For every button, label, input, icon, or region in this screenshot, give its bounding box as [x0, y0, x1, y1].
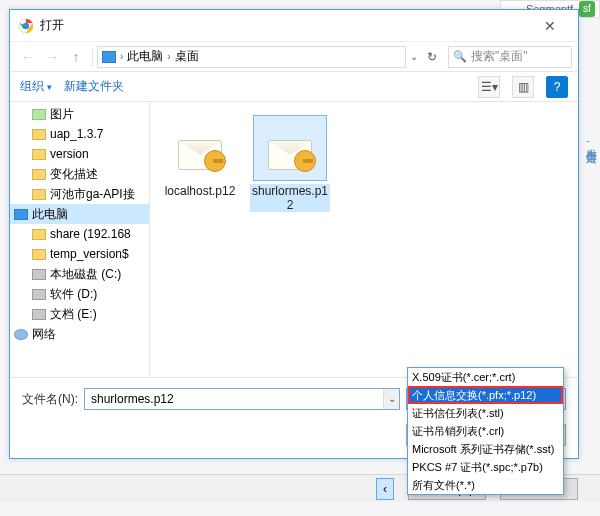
tree-node-label: 河池市ga-API接	[50, 186, 135, 203]
search-input[interactable]: 🔍 搜索"桌面"	[448, 46, 572, 68]
tree-node-label: 网络	[32, 326, 56, 343]
navigation-bar: ← → ↑ › 此电脑 › 桌面 ⌄ ↻ 🔍 搜索"桌面"	[10, 42, 578, 72]
close-button[interactable]: ✕	[530, 18, 570, 34]
tree-node[interactable]: 网络	[10, 324, 149, 344]
divider	[92, 48, 93, 66]
organize-menu[interactable]: 组织	[20, 78, 52, 95]
filter-option[interactable]: X.509证书(*.cer;*.crt)	[408, 368, 563, 386]
tree-node-label: version	[50, 147, 89, 161]
file-item[interactable]: shurlormes.p12	[250, 116, 330, 212]
filter-option[interactable]: 证书信任列表(*.stl)	[408, 404, 563, 422]
disk-icon	[32, 289, 46, 300]
folder-icon	[32, 149, 46, 160]
tree-node-label: share (192.168	[50, 227, 131, 241]
pic-icon	[32, 109, 46, 120]
background-side-text: 发生,会付定	[588, 140, 600, 143]
tree-node-label: temp_version$	[50, 247, 129, 261]
search-icon: 🔍	[453, 50, 467, 63]
file-item[interactable]: localhost.p12	[160, 116, 240, 198]
filter-option[interactable]: PKCS #7 证书(*.spc;*.p7b)	[408, 458, 563, 476]
certificate-icon	[268, 126, 312, 170]
file-caption: localhost.p12	[160, 184, 240, 198]
tree-node-label: 图片	[50, 106, 74, 123]
net-icon	[14, 329, 28, 340]
tree-node[interactable]: 变化描述	[10, 164, 149, 184]
toolbar: 组织 新建文件夹 ☰▾ ▥ ?	[10, 72, 578, 102]
tree-node[interactable]: 此电脑	[10, 204, 149, 224]
dialog-title: 打开	[40, 17, 530, 34]
titlebar: 打开 ✕	[10, 10, 578, 42]
file-open-dialog: 打开 ✕ ← → ↑ › 此电脑 › 桌面 ⌄ ↻ 🔍 搜索"桌面" 组织 新建…	[9, 9, 579, 459]
file-list[interactable]: localhost.p12shurlormes.p12	[150, 102, 578, 377]
folder-icon	[32, 129, 46, 140]
file-caption: shurlormes.p12	[250, 184, 330, 212]
disk-icon	[32, 269, 46, 280]
chevron-right-icon: ›	[120, 51, 123, 62]
pc-icon	[102, 51, 116, 63]
tree-node[interactable]: share (192.168	[10, 224, 149, 244]
filter-option[interactable]: 所有文件(*.*)	[408, 476, 563, 494]
breadcrumb-root[interactable]: 此电脑	[127, 48, 163, 65]
view-options-icon[interactable]: ☰▾	[478, 76, 500, 98]
folder-icon	[32, 249, 46, 260]
pc-icon	[14, 209, 28, 220]
breadcrumb-folder[interactable]: 桌面	[175, 48, 199, 65]
tree-node[interactable]: version	[10, 144, 149, 164]
sf-badge: sf	[579, 1, 595, 17]
search-placeholder: 搜索"桌面"	[471, 48, 528, 65]
breadcrumb[interactable]: › 此电脑 › 桌面	[97, 46, 406, 68]
chevron-down-icon[interactable]: ⌄	[410, 51, 418, 62]
help-icon[interactable]: ?	[546, 76, 568, 98]
tree-node[interactable]: 河池市ga-API接	[10, 184, 149, 204]
refresh-icon[interactable]: ↻	[422, 50, 442, 64]
chrome-icon	[18, 18, 34, 34]
nav-up-icon[interactable]: ↑	[64, 49, 88, 65]
folder-icon	[32, 189, 46, 200]
certificate-icon	[178, 126, 222, 170]
tree-node[interactable]: temp_version$	[10, 244, 149, 264]
tree-node-label: 变化描述	[50, 166, 98, 183]
filename-dropdown-icon[interactable]: ⌄	[383, 389, 399, 409]
tree-node[interactable]: 图片	[10, 104, 149, 124]
filename-label: 文件名(N):	[22, 391, 78, 408]
tree-node-label: 本地磁盘 (C:)	[50, 266, 121, 283]
folder-tree[interactable]: 图片uap_1.3.7version变化描述河池市ga-API接此电脑share…	[10, 102, 150, 377]
folder-icon	[32, 229, 46, 240]
tree-node-label: 文档 (E:)	[50, 306, 97, 323]
disk-icon	[32, 309, 46, 320]
filter-dropdown-list[interactable]: X.509证书(*.cer;*.crt)个人信息交换(*.pfx;*.p12)证…	[407, 367, 564, 495]
filter-option[interactable]: Microsoft 系列证书存储(*.sst)	[408, 440, 563, 458]
tree-node-label: uap_1.3.7	[50, 127, 103, 141]
tree-node[interactable]: 软件 (D:)	[10, 284, 149, 304]
tree-node[interactable]: uap_1.3.7	[10, 124, 149, 144]
nav-forward-icon[interactable]: →	[40, 49, 64, 65]
filter-option[interactable]: 个人信息交换(*.pfx;*.p12)	[408, 386, 563, 404]
folder-icon	[32, 169, 46, 180]
tree-node-label: 软件 (D:)	[50, 286, 97, 303]
filename-input[interactable]	[84, 388, 400, 410]
tree-node-label: 此电脑	[32, 206, 68, 223]
tree-node[interactable]: 文档 (E:)	[10, 304, 149, 324]
panel-icon[interactable]: ▥	[512, 76, 534, 98]
filter-option[interactable]: 证书吊销列表(*.crl)	[408, 422, 563, 440]
tree-node[interactable]: 本地磁盘 (C:)	[10, 264, 149, 284]
dialog-body: 图片uap_1.3.7version变化描述河池市ga-API接此电脑share…	[10, 102, 578, 377]
new-folder-button[interactable]: 新建文件夹	[64, 78, 124, 95]
background-prev-button[interactable]: ‹	[376, 478, 394, 500]
nav-back-icon[interactable]: ←	[16, 49, 40, 65]
chevron-right-icon: ›	[167, 51, 170, 62]
